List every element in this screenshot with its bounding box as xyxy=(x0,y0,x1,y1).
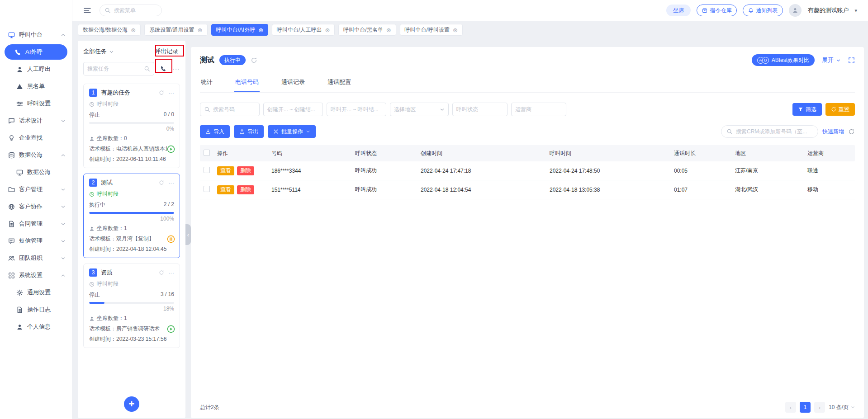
call-status-input[interactable] xyxy=(452,103,508,116)
add-task-button[interactable]: + xyxy=(124,396,139,412)
user-menu-caret-icon[interactable]: ▾ xyxy=(854,8,857,14)
sidebar-item-general-settings[interactable]: 通用设置 xyxy=(0,284,72,301)
sidebar-item-script-design[interactable]: 话术设计 xyxy=(0,112,72,129)
abtest-compare-button[interactable]: A B ABtest效果对比 xyxy=(752,54,815,66)
reset-button[interactable]: 重置 xyxy=(825,103,855,116)
more-icon[interactable]: ··· xyxy=(172,65,180,72)
sidebar-item-ai-outbound[interactable]: AI外呼 xyxy=(5,44,67,60)
task-card[interactable]: 1 有趣的任务 ··· 呼叫时段 停止 0 / 0 0% 坐席数量：0 话术模板… xyxy=(83,84,180,168)
sidebar-item-system-settings[interactable]: 系统设置 xyxy=(0,267,72,284)
workspace-tab[interactable]: 系统设置/通用设置 ⊗ xyxy=(144,24,207,36)
refresh-icon[interactable] xyxy=(159,270,164,275)
workspace-tab[interactable]: 数据公海/数据公海 ⊗ xyxy=(78,24,141,36)
close-icon[interactable]: ⊗ xyxy=(198,27,203,33)
sidebar-item-sms-management[interactable]: 短信管理 xyxy=(0,232,72,250)
workspace-tab-active[interactable]: 呼叫中台/AI外呼 ⊗ xyxy=(211,24,269,36)
sidebar-item-enterprise-search[interactable]: 企业查找 xyxy=(0,129,72,146)
sidebar-item-customer-collaboration[interactable]: 客户协作 xyxy=(0,198,72,215)
crm-search-input[interactable] xyxy=(721,125,818,138)
refresh-icon[interactable] xyxy=(251,57,257,64)
task-card[interactable]: 3 资质 ··· 呼叫时段 停止 3 / 16 18% 坐席数量：1 话术模板：… xyxy=(83,264,180,348)
sidebar-item-call-center[interactable]: 呼叫中台 xyxy=(0,26,72,43)
current-page[interactable]: 1 xyxy=(800,402,811,413)
sidebar-item-customer-management[interactable]: 客户管理 xyxy=(0,181,72,198)
call-time-range-input[interactable]: 呼叫开... ~ 呼叫结... xyxy=(327,103,386,116)
workspace-tab[interactable]: 呼叫中台/黑名单 ⊗ xyxy=(338,24,396,36)
close-icon[interactable]: ⊗ xyxy=(386,27,391,33)
prev-page-button[interactable]: ‹ xyxy=(785,402,796,413)
task-search-field[interactable] xyxy=(87,66,141,72)
cell-region: 江苏/南京 xyxy=(735,167,807,174)
sidebar-item-contract-management[interactable]: 合同管理 xyxy=(0,215,72,232)
task-card-selected[interactable]: 2 测试 ··· 呼叫时段 执行中 2 / 2 100% 坐席数量：1 话术模板… xyxy=(83,174,180,258)
refresh-icon[interactable] xyxy=(159,90,164,95)
operator-input[interactable] xyxy=(511,103,566,116)
export-button[interactable]: 导出 xyxy=(234,125,264,138)
sidebar-item-call-settings[interactable]: 呼叫设置 xyxy=(0,95,72,112)
batch-operations-button[interactable]: 批量操作 xyxy=(268,125,316,138)
select-all-checkbox[interactable] xyxy=(204,150,210,156)
page-size-select[interactable]: 10 条/页 xyxy=(829,404,855,411)
search-number-field[interactable] xyxy=(213,106,256,113)
import-button[interactable]: 导入 xyxy=(200,125,230,138)
more-icon[interactable]: ··· xyxy=(168,269,174,276)
expand-toggle[interactable]: 展开 xyxy=(822,56,841,64)
sidebar-item-data-pool[interactable]: 数据公海 xyxy=(0,146,72,164)
refresh-icon[interactable] xyxy=(848,128,855,135)
close-icon[interactable]: ⊗ xyxy=(453,27,458,33)
delete-button[interactable]: 删除 xyxy=(237,166,254,175)
sidebar-item-team-organization[interactable]: 团队组织 xyxy=(0,250,72,267)
tab-call-config[interactable]: 通话配置 xyxy=(327,73,352,92)
refresh-icon[interactable] xyxy=(159,180,164,185)
collapse-icon: ‹ xyxy=(187,231,189,238)
sidebar-item-manual-outbound[interactable]: 人工呼出 xyxy=(0,61,72,78)
created-time: 创建时间：2022-04-18 12:04:45 xyxy=(89,245,167,253)
menu-search-field[interactable] xyxy=(114,7,157,14)
tab-phone-numbers[interactable]: 电话号码 xyxy=(234,73,260,92)
filter-button[interactable]: 筛选 xyxy=(792,103,822,116)
task-filter-dropdown[interactable]: 全部任务 xyxy=(83,47,114,56)
quick-add-link[interactable]: 快速新增 xyxy=(822,128,844,136)
row-checkbox[interactable] xyxy=(204,186,210,192)
task-pause-button[interactable] xyxy=(167,235,175,243)
sidebar-item-personal-info[interactable]: 个人信息 xyxy=(0,318,72,335)
dial-phone-icon[interactable] xyxy=(159,65,167,73)
crm-search-field[interactable] xyxy=(736,128,813,135)
detail-tabbar: 统计 电话号码 通话记录 通话配置 xyxy=(200,73,855,93)
more-icon[interactable]: ··· xyxy=(168,179,174,186)
close-icon[interactable]: ⊗ xyxy=(131,27,136,33)
tab-call-records[interactable]: 通话记录 xyxy=(280,73,306,92)
notification-button[interactable]: 通知列表 xyxy=(743,5,783,16)
outbound-record-link[interactable]: 呼出记录 xyxy=(153,47,180,56)
task-start-button[interactable] xyxy=(167,145,175,153)
sidebar-item-operation-log[interactable]: 操作日志 xyxy=(0,301,72,318)
close-icon[interactable]: ⊗ xyxy=(258,27,263,33)
task-search-input[interactable] xyxy=(83,62,154,75)
view-button[interactable]: 查看 xyxy=(217,166,234,175)
region-select[interactable]: 选择地区 xyxy=(390,103,449,116)
call-status-field[interactable] xyxy=(456,106,503,113)
sidebar-item-data-pool-sub[interactable]: 数据公海 xyxy=(0,164,72,181)
delete-button[interactable]: 删除 xyxy=(237,185,254,194)
operator-field[interactable] xyxy=(515,106,562,113)
next-page-button[interactable]: › xyxy=(814,402,825,413)
workspace-tab[interactable]: 呼叫中台/人工呼出 ⊗ xyxy=(272,24,335,36)
more-icon[interactable]: ··· xyxy=(168,89,174,96)
view-button[interactable]: 查看 xyxy=(217,185,234,194)
task-start-button[interactable] xyxy=(167,325,175,333)
close-icon[interactable]: ⊗ xyxy=(325,27,330,33)
menu-toggle-icon[interactable] xyxy=(83,6,91,14)
create-time-range-input[interactable]: 创建开... ~ 创建结... xyxy=(263,103,323,116)
avatar[interactable] xyxy=(789,4,802,17)
username[interactable]: 有趣的测试账户 xyxy=(807,6,849,14)
agent-button[interactable]: 坐席 xyxy=(666,5,691,16)
workspace-tab[interactable]: 呼叫中台/呼叫设置 ⊗ xyxy=(400,24,463,36)
tab-statistics[interactable]: 统计 xyxy=(200,73,213,92)
command-repo-button[interactable]: 指令仓库 xyxy=(697,5,737,16)
row-checkbox[interactable] xyxy=(204,167,210,173)
fullscreen-icon[interactable] xyxy=(848,57,855,64)
sidebar-item-blacklist[interactable]: 黑名单 xyxy=(0,78,72,95)
menu-search-input[interactable] xyxy=(100,5,162,16)
panel-collapse-handle[interactable]: ‹ xyxy=(185,224,191,245)
search-number-input[interactable] xyxy=(200,103,260,116)
